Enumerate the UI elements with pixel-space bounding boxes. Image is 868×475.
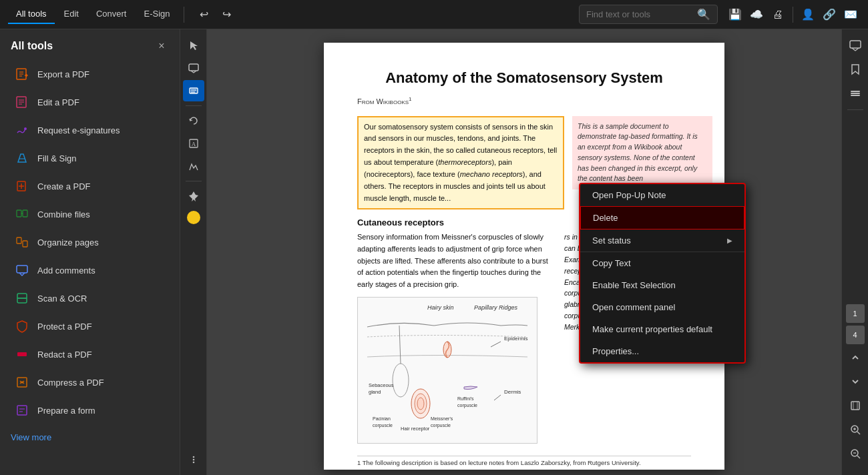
zoom-out-button[interactable] [845, 443, 866, 464]
sidebar-item-comments-label: Add comments [37, 266, 95, 276]
svg-rect-56 [850, 41, 861, 48]
sidebar-item-esign[interactable]: Request e-signatures [4, 117, 176, 143]
sidebar-item-form[interactable]: Prepare a form [4, 397, 176, 424]
scroll-up-button[interactable] [845, 347, 866, 368]
svg-text:Dermis: Dermis [504, 389, 521, 395]
ctx-delete[interactable]: Delete [580, 206, 744, 229]
redact-icon [15, 347, 29, 362]
svg-text:A: A [191, 141, 196, 147]
topbar-nav: All tools Edit Convert E-Sign [8, 5, 178, 24]
select-tool-button[interactable] [183, 35, 204, 56]
sidebar-header: All tools × [0, 29, 180, 60]
text-tool-button[interactable]: A [183, 133, 204, 154]
svg-rect-18 [17, 266, 27, 273]
svg-line-68 [857, 456, 860, 458]
svg-rect-26 [189, 64, 198, 71]
bookmark-panel-icon[interactable] [845, 59, 866, 80]
upload-icon[interactable]: ☁️ [747, 5, 766, 24]
nav-edit[interactable]: Edit [56, 5, 87, 24]
search-bar[interactable]: 🔍 [579, 5, 718, 24]
svg-point-41 [393, 364, 409, 397]
sidebar-item-export[interactable]: Export a PDF [4, 61, 176, 87]
sidebar-item-edit[interactable]: Edit a PDF [4, 89, 176, 115]
undo-button[interactable]: ↩ [195, 5, 214, 24]
redo-button[interactable]: ↪ [218, 5, 236, 24]
ctx-set-status[interactable]: Set status [580, 229, 744, 252]
pdf-diagram-container: Hairy skin Papillary Ridges Epidermis De… [357, 297, 555, 444]
sidebar-item-form-label: Prepare a form [37, 406, 95, 416]
sidebar-title: All tools [11, 40, 53, 52]
sidebar-item-comments[interactable]: Add comments [4, 257, 176, 284]
color-picker-button[interactable] [187, 211, 200, 224]
svg-rect-58 [851, 93, 860, 94]
sidebar-item-edit-label: Edit a PDF [37, 97, 79, 107]
scroll-down-button[interactable] [845, 371, 866, 392]
pdf-title: Anatomy of the Somatosensory System [357, 69, 691, 87]
sidebar-item-organize[interactable]: Organize pages [4, 229, 176, 256]
nav-convert[interactable]: Convert [88, 5, 135, 24]
svg-rect-57 [851, 91, 860, 92]
main-layout: All tools × Export a PDF Edit a PDF Requ… [0, 29, 868, 475]
nav-esign[interactable]: E-Sign [136, 5, 178, 24]
sidebar-item-protect[interactable]: Protect a PDF [4, 313, 176, 340]
protect-icon [15, 319, 29, 334]
save-icon[interactable]: 💾 [726, 5, 744, 24]
sidebar-item-create[interactable]: Create a PDF [4, 173, 176, 199]
ctx-make-default[interactable]: Make current properties default [580, 318, 744, 340]
layers-panel-icon[interactable] [845, 83, 866, 104]
sidebar-item-fill[interactable]: Fill & Sign [4, 145, 176, 171]
vtoolbar-more-button[interactable] [188, 454, 199, 470]
zoom-in-button[interactable] [845, 419, 866, 440]
comment-panel-icon[interactable] [845, 35, 866, 56]
print-icon[interactable]: 🖨 [769, 5, 787, 24]
ctx-enable-text-selection[interactable]: Enable Text Selection [580, 274, 744, 296]
ctx-properties[interactable]: Properties... [580, 340, 744, 362]
pin-tool-button[interactable] [183, 185, 204, 207]
ctx-copy-text[interactable]: Copy Text [580, 252, 744, 274]
pdf-page: Anatomy of the Somatosensory System From… [324, 43, 724, 470]
nav-all-tools[interactable]: All tools [8, 5, 55, 24]
svg-line-38 [491, 342, 501, 347]
ctx-open-comment-panel[interactable]: Open comment panel [580, 296, 744, 318]
topbar: All tools Edit Convert E-Sign ↩ ↪ 🔍 💾 ☁️… [0, 0, 868, 29]
highlight-tool-button[interactable] [183, 80, 204, 101]
svg-text:corpuscle: corpuscle [431, 423, 451, 428]
comment-tool-button[interactable] [183, 57, 204, 79]
ctx-open-popup-note[interactable]: Open Pop-Up Note [580, 184, 744, 206]
svg-text:Hair receptor: Hair receptor [401, 426, 430, 432]
view-more-link[interactable]: View more [0, 427, 180, 448]
vtoolbar-separator-1 [186, 105, 202, 106]
svg-text:corpuscle: corpuscle [373, 423, 393, 428]
sidebar-item-scan[interactable]: Scan & OCR [4, 285, 176, 312]
svg-text:Hairy skin: Hairy skin [427, 304, 454, 311]
svg-line-42 [399, 326, 401, 364]
pdf-page-number: 1 [357, 472, 691, 475]
draw-tool-button[interactable] [183, 155, 204, 177]
svg-line-64 [857, 432, 860, 434]
svg-rect-17 [23, 241, 27, 247]
link-icon[interactable]: 🔗 [820, 5, 839, 24]
sidebar-item-redact-label: Redact a PDF [37, 350, 92, 360]
account-icon[interactable]: 👤 [799, 5, 817, 24]
esign-icon [15, 123, 29, 137]
sidebar-item-redact[interactable]: Redact a PDF [4, 341, 176, 368]
pdf-body-text: Sensory information from Meissner's corp… [357, 231, 555, 290]
fit-page-button[interactable] [845, 395, 866, 416]
sidebar-item-organize-label: Organize pages [37, 238, 99, 248]
svg-rect-13 [17, 210, 21, 217]
svg-rect-59 [851, 95, 860, 96]
scan-icon [15, 291, 29, 306]
comments-icon [15, 263, 29, 278]
vtoolbar-separator-2 [186, 181, 202, 181]
svg-point-46 [417, 398, 424, 410]
sidebar-item-scan-label: Scan & OCR [37, 294, 87, 304]
sidebar-item-protect-label: Protect a PDF [37, 322, 92, 332]
search-input[interactable] [586, 9, 693, 19]
rotate-tool-button[interactable] [183, 110, 204, 131]
mail-icon[interactable]: ✉️ [841, 5, 860, 24]
fill-icon [15, 151, 29, 165]
sidebar-item-compress[interactable]: Compress a PDF [4, 369, 176, 396]
svg-rect-23 [17, 406, 27, 415]
sidebar-item-combine[interactable]: Combine files [4, 201, 176, 227]
sidebar-close-button[interactable]: × [154, 39, 169, 53]
